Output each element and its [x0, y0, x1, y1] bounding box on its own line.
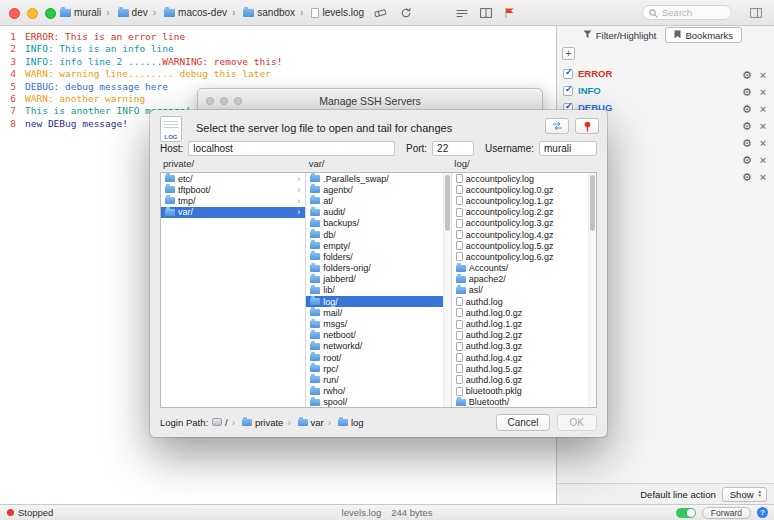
file-item[interactable]: accountpolicy.log.3.gz [452, 218, 596, 229]
gear-icon[interactable] [741, 133, 753, 151]
file-item[interactable]: rpc/ [306, 363, 450, 374]
file-item[interactable]: tftpboot/ [161, 184, 305, 195]
login-path-item[interactable]: log [324, 417, 364, 428]
default-line-action-select[interactable]: Show [722, 487, 767, 502]
file-item[interactable]: authd.log.4.gz [452, 352, 596, 363]
file-item[interactable]: Bluetooth/ [452, 397, 596, 407]
file-item[interactable]: empty/ [306, 240, 450, 251]
clear-icon[interactable] [374, 8, 387, 18]
panel-toggle-icon[interactable] [750, 8, 762, 18]
file-item[interactable]: accountpolicy.log.0.gz [452, 184, 596, 195]
file-item[interactable]: var/ [161, 207, 305, 218]
gear-icon[interactable] [741, 99, 753, 117]
file-item[interactable]: folders/ [306, 251, 450, 262]
log-line[interactable]: 1 ERROR: This is an error line [0, 31, 556, 43]
file-item[interactable]: jabberd/ [306, 274, 450, 285]
file-item[interactable]: authd.log.0.gz [452, 307, 596, 318]
file-item[interactable]: accountpolicy.log.6.gz [452, 251, 596, 262]
filter-checkbox[interactable] [563, 86, 573, 96]
log-line[interactable]: 4 WARN: warning line........ debug this … [0, 68, 556, 80]
cancel-button[interactable]: Cancel [496, 414, 549, 431]
remove-filter-icon[interactable] [758, 116, 768, 134]
file-item[interactable]: rwho/ [306, 386, 450, 397]
remove-filter-icon[interactable] [758, 150, 768, 168]
log-line[interactable]: 3 INFO: info line 2 ......WARNING: remov… [0, 56, 556, 68]
minimize-button[interactable] [27, 8, 38, 19]
refresh-icon[interactable] [400, 7, 412, 19]
username-input[interactable] [539, 141, 597, 156]
file-item[interactable]: tmp/ [161, 195, 305, 206]
tab-filter-highlight[interactable]: Filter/Highlight [574, 27, 666, 43]
remove-filter-icon[interactable] [758, 99, 768, 117]
remove-filter-icon[interactable] [758, 82, 768, 100]
zoom-button[interactable] [45, 8, 56, 19]
file-item[interactable]: audit/ [306, 207, 450, 218]
breadcrumb-item[interactable]: sandbox [227, 7, 295, 18]
breadcrumb-item[interactable]: dev [101, 7, 147, 18]
split-view-icon[interactable] [480, 8, 492, 18]
forward-toggle[interactable] [676, 508, 696, 518]
forward-button[interactable]: Forward [702, 507, 751, 519]
gear-icon[interactable] [741, 82, 753, 100]
login-path-item[interactable]: private [228, 417, 284, 428]
file-item[interactable]: netboot/ [306, 330, 450, 341]
file-item[interactable]: accountpolicy.log.1.gz [452, 195, 596, 206]
search-input[interactable] [662, 7, 725, 18]
add-filter-button[interactable]: + [562, 47, 575, 60]
scrollbar-thumb[interactable] [590, 175, 595, 231]
breadcrumb-item[interactable]: macos-dev [148, 7, 227, 18]
file-item[interactable]: db/ [306, 229, 450, 240]
remove-filter-icon[interactable] [758, 133, 768, 151]
pin-icon[interactable] [575, 118, 599, 134]
ok-button[interactable]: OK [557, 414, 597, 431]
remove-filter-icon[interactable] [758, 167, 768, 185]
wrap-lines-icon[interactable] [456, 9, 468, 18]
file-item[interactable]: authd.log.5.gz [452, 363, 596, 374]
scrollbar[interactable] [443, 173, 451, 407]
transfer-icon[interactable] [545, 118, 569, 134]
file-item[interactable]: agentx/ [306, 184, 450, 195]
close-button[interactable] [206, 97, 214, 105]
file-item[interactable]: networkd/ [306, 341, 450, 352]
file-item[interactable]: authd.log [452, 296, 596, 307]
host-input[interactable] [188, 141, 395, 156]
file-item[interactable]: log/ [306, 296, 450, 307]
gear-icon[interactable] [741, 167, 753, 185]
file-item[interactable]: authd.log.2.gz [452, 330, 596, 341]
file-item[interactable]: asl/ [452, 285, 596, 296]
breadcrumb-item[interactable]: levels.log [295, 7, 364, 18]
file-item[interactable]: accountpolicy.log [452, 173, 596, 184]
file-item[interactable]: msgs/ [306, 318, 450, 329]
scrollbar[interactable] [588, 173, 596, 407]
file-item[interactable]: etc/ [161, 173, 305, 184]
gear-icon[interactable] [741, 65, 753, 83]
file-item[interactable]: authd.log.6.gz [452, 374, 596, 385]
gear-icon[interactable] [741, 116, 753, 134]
file-item[interactable]: lib/ [306, 285, 450, 296]
log-line[interactable]: 2 INFO: This is an info line [0, 43, 556, 55]
scrollbar-thumb[interactable] [445, 175, 450, 231]
file-item[interactable]: backups/ [306, 218, 450, 229]
file-item[interactable]: authd.log.1.gz [452, 318, 596, 329]
login-path-item[interactable]: / [212, 417, 228, 428]
tab-bookmarks[interactable]: Bookmarks [665, 27, 742, 43]
file-item[interactable]: mail/ [306, 307, 450, 318]
file-item[interactable]: bluetooth.pklg [452, 386, 596, 397]
file-item[interactable]: Accounts/ [452, 263, 596, 274]
file-item[interactable]: accountpolicy.log.5.gz [452, 240, 596, 251]
file-item[interactable]: .Parallels_swap/ [306, 173, 450, 184]
file-item[interactable]: run/ [306, 374, 450, 385]
filter-row[interactable]: ERROR [557, 65, 774, 82]
file-item[interactable]: root/ [306, 352, 450, 363]
file-item[interactable]: accountpolicy.log.4.gz [452, 229, 596, 240]
file-item[interactable]: authd.log.3.gz [452, 341, 596, 352]
zoom-button[interactable] [234, 97, 242, 105]
file-item[interactable]: apache2/ [452, 274, 596, 285]
port-input[interactable] [432, 141, 474, 156]
filter-checkbox[interactable] [563, 69, 573, 79]
login-path-item[interactable]: var [283, 417, 323, 428]
help-icon[interactable]: ? [757, 507, 768, 518]
close-button[interactable] [9, 8, 20, 19]
bookmark-flag-icon[interactable] [504, 7, 515, 19]
breadcrumb-item[interactable]: murali [60, 7, 101, 18]
